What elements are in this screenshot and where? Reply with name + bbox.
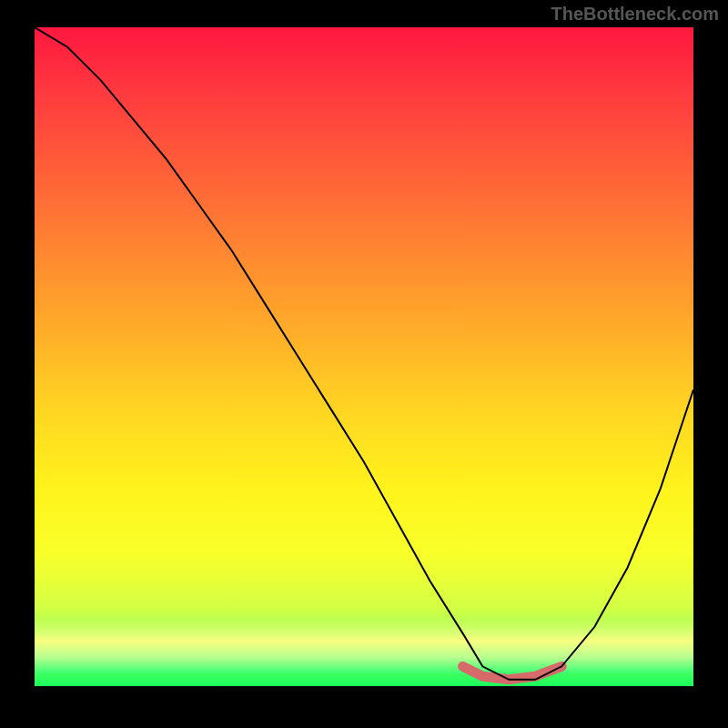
watermark: TheBottleneck.com [551,4,719,25]
chart-area [35,27,693,686]
bottleneck-curve [35,27,693,680]
chart-svg [35,27,693,686]
